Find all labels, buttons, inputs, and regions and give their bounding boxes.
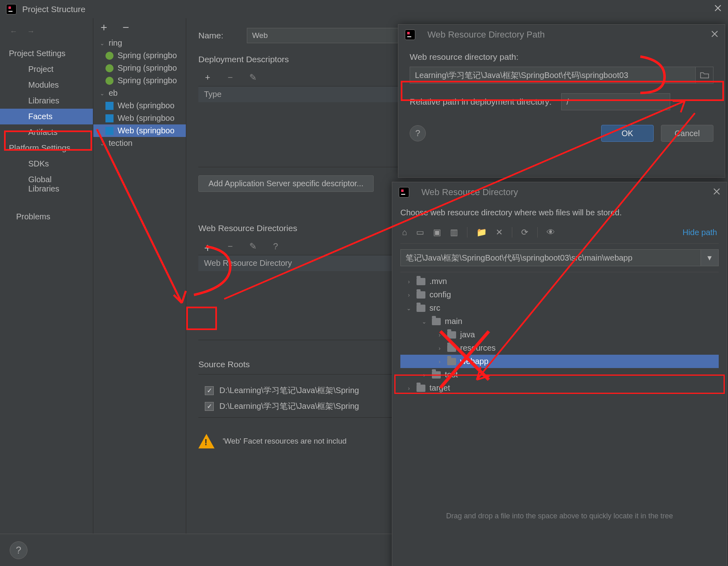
source-root-checkbox-2[interactable]: ✓ bbox=[205, 402, 214, 411]
facet-spring-1[interactable]: Spring (springbo bbox=[118, 51, 177, 60]
help-web-resource-icon[interactable]: ? bbox=[270, 241, 281, 252]
directory-tree[interactable]: ›.mvn›config⌄src⌄main›java›resources›web… bbox=[400, 272, 719, 395]
svg-rect-7 bbox=[401, 189, 404, 192]
chevron-icon: › bbox=[405, 278, 412, 285]
web-resource-directory-path-dialog: Web Resource Directory Path Web resource… bbox=[398, 24, 725, 178]
edit-web-resource-icon[interactable]: ✎ bbox=[248, 241, 258, 252]
hide-path-link[interactable]: Hide path bbox=[682, 228, 717, 237]
chevron-icon: › bbox=[421, 372, 428, 378]
new-folder-icon[interactable]: 📁 bbox=[476, 227, 487, 237]
ok-button[interactable]: OK bbox=[601, 125, 654, 142]
facet-group-web[interactable]: eb bbox=[109, 88, 118, 98]
svg-rect-5 bbox=[407, 36, 411, 37]
folder-icon bbox=[447, 345, 456, 352]
facet-spring-3[interactable]: Spring (springbo bbox=[118, 76, 177, 85]
tree-row-resources[interactable]: ›resources bbox=[400, 341, 719, 355]
nav-item-libraries[interactable]: Libraries bbox=[0, 93, 93, 109]
browse-folder-icon[interactable] bbox=[696, 67, 713, 84]
dialog2-title: Web Resource Directory bbox=[421, 187, 518, 198]
svg-rect-8 bbox=[401, 194, 405, 195]
remove-descriptor-icon[interactable]: − bbox=[225, 72, 236, 83]
nav-item-facets[interactable]: Facets bbox=[0, 109, 93, 124]
help-icon[interactable]: ? bbox=[10, 541, 27, 559]
chevron-icon: › bbox=[436, 332, 443, 338]
intellij-icon bbox=[405, 29, 415, 40]
left-nav: ← → Project Settings Project Modules Lib… bbox=[0, 18, 93, 566]
source-root-2: D:\Learning\学习笔记\Java\框架\Spring bbox=[219, 401, 359, 412]
spring-icon bbox=[105, 52, 114, 60]
nav-item-project[interactable]: Project bbox=[0, 61, 93, 77]
tree-row-target[interactable]: ›target bbox=[400, 381, 719, 395]
add-facet-icon[interactable]: + bbox=[101, 22, 107, 33]
facet-detection[interactable]: tection bbox=[109, 139, 133, 148]
folder-icon bbox=[417, 305, 425, 312]
home-icon[interactable]: ⌂ bbox=[402, 227, 407, 237]
dialog1-path-input[interactable] bbox=[410, 67, 696, 84]
folder-icon bbox=[417, 291, 425, 299]
nav-back-icon[interactable]: ← bbox=[10, 27, 17, 36]
nav-forward-icon[interactable]: → bbox=[27, 27, 35, 36]
nav-item-artifacts[interactable]: Artifacts bbox=[0, 124, 93, 140]
warning-icon bbox=[198, 434, 215, 448]
dialog2-hint: Drag and drop a file into the space abov… bbox=[400, 508, 719, 524]
tree-label: test bbox=[445, 370, 458, 379]
dialog2-close-icon[interactable] bbox=[713, 187, 720, 198]
chevron-icon: › bbox=[436, 358, 443, 365]
tree-row-.mvn[interactable]: ›.mvn bbox=[400, 275, 719, 288]
facet-list-pane: + − ⌄ring Spring (springbo Spring (sprin… bbox=[93, 18, 186, 566]
spring-icon bbox=[105, 77, 114, 85]
dialog1-relative-input[interactable] bbox=[561, 93, 670, 110]
facet-spring-2[interactable]: Spring (springbo bbox=[118, 63, 177, 73]
facet-web-2[interactable]: Web (springboo bbox=[118, 114, 175, 123]
chevron-icon: ⌄ bbox=[421, 318, 428, 325]
show-hidden-icon[interactable]: 👁 bbox=[547, 227, 555, 237]
folder-icon bbox=[432, 318, 441, 325]
source-root-checkbox-1[interactable]: ✓ bbox=[205, 386, 214, 395]
remove-web-resource-icon[interactable]: − bbox=[225, 241, 236, 252]
tree-row-test[interactable]: ›test bbox=[400, 368, 719, 381]
dialog1-help-icon[interactable]: ? bbox=[410, 125, 426, 141]
add-descriptor-icon[interactable]: + bbox=[202, 72, 213, 83]
cancel-button[interactable]: Cancel bbox=[661, 125, 713, 142]
tree-label: target bbox=[429, 383, 450, 393]
add-app-server-button[interactable]: Add Application Server specific descript… bbox=[198, 175, 374, 192]
dialog1-label-relative: Relative path in deployment directory: bbox=[410, 97, 551, 107]
folder-icon bbox=[447, 331, 456, 339]
tree-label: src bbox=[429, 303, 440, 313]
nav-item-problems[interactable]: Problems bbox=[0, 209, 93, 225]
dialog1-close-icon[interactable] bbox=[711, 29, 718, 40]
web-resource-directory-dialog: Web Resource Directory Choose web resour… bbox=[392, 182, 727, 566]
tree-row-main[interactable]: ⌄main bbox=[400, 315, 719, 328]
remove-facet-icon[interactable]: − bbox=[122, 22, 129, 33]
facet-web-1[interactable]: Web (springboo bbox=[118, 101, 175, 110]
desktop-icon[interactable]: ▭ bbox=[416, 227, 424, 237]
tree-row-webapp[interactable]: ›webapp bbox=[400, 355, 719, 368]
separator bbox=[537, 227, 538, 238]
tree-row-config[interactable]: ›config bbox=[400, 288, 719, 301]
warning-text: 'Web' Facet resources are not includ bbox=[223, 437, 347, 446]
tree-label: resources bbox=[460, 343, 496, 353]
nav-item-sdks[interactable]: SDKs bbox=[0, 156, 93, 172]
svg-rect-1 bbox=[8, 6, 11, 9]
web-icon bbox=[105, 102, 114, 110]
facet-web-3[interactable]: Web (springboo bbox=[118, 126, 175, 135]
refresh-icon[interactable]: ⟳ bbox=[521, 227, 528, 237]
module-icon[interactable]: ▥ bbox=[450, 227, 458, 237]
nav-item-modules[interactable]: Modules bbox=[0, 77, 93, 93]
edit-descriptor-icon[interactable]: ✎ bbox=[248, 72, 258, 83]
project-icon[interactable]: ▣ bbox=[433, 227, 441, 237]
combo-dropdown-icon[interactable]: ▾ bbox=[701, 249, 719, 266]
nav-item-global-libraries[interactable]: Global Libraries bbox=[0, 172, 93, 197]
name-label: Name: bbox=[198, 31, 235, 40]
tree-label: webapp bbox=[460, 357, 488, 366]
chevron-icon: ⌄ bbox=[405, 305, 412, 311]
add-web-resource-icon[interactable]: + bbox=[202, 241, 213, 252]
tree-row-java[interactable]: ›java bbox=[400, 328, 719, 341]
close-icon[interactable] bbox=[714, 4, 722, 14]
facet-group-spring[interactable]: ring bbox=[109, 38, 122, 48]
tree-row-src[interactable]: ⌄src bbox=[400, 301, 719, 315]
delete-icon[interactable]: ✕ bbox=[496, 227, 503, 237]
folder-icon bbox=[432, 371, 441, 379]
tree-label: main bbox=[445, 317, 462, 326]
dialog2-path-combo[interactable] bbox=[400, 249, 701, 266]
